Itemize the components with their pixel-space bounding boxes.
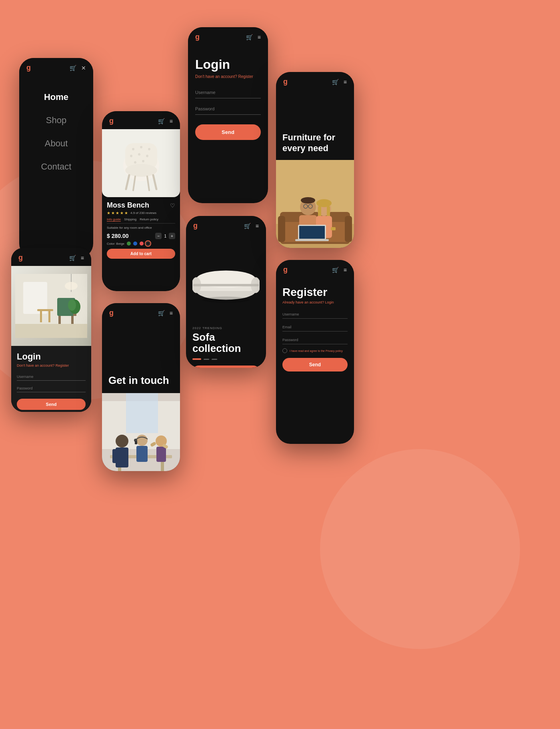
send-button[interactable]: Send [17,399,86,410]
header-icons: 🛒 ≡ [158,118,173,124]
star-4: ★ [120,211,124,215]
trending-label: 2022 TRENDING [192,326,260,330]
svg-point-36 [116,435,128,447]
furniture-title: Furniture forevery need [282,132,348,154]
product-content: Moss Bench ♡ ★ ★ ★ ★ ★ 4.9 of 230 review… [102,197,180,263]
privacy-row: I have read and agree to the Privacy pol… [282,348,348,353]
sofa-svg [192,263,260,303]
login-subtitle: Don't have an account? Register [17,364,86,367]
product-price: $ 280.00 [107,233,129,239]
tab-info[interactable]: Info guide [107,218,121,222]
username-input[interactable] [282,310,348,319]
svg-rect-59 [345,216,352,242]
header-icons: 🛒 ≡ [69,255,84,261]
tab-return[interactable]: Return policy [140,218,158,222]
color-red[interactable] [140,242,144,246]
header-icons: 🛒 ≡ [246,34,261,40]
color-label: Color: Beige [107,242,124,246]
svg-point-19 [148,148,150,150]
phone-product-header: g 🛒 ≡ [102,111,180,129]
username-input[interactable] [17,373,86,381]
color-black[interactable] [146,242,150,246]
logo: g [283,78,288,86]
menu-icon[interactable]: ≡ [256,223,259,229]
logo: g [26,64,31,72]
register-title: Register [282,286,348,299]
password-input[interactable] [282,336,348,344]
couple-svg [276,160,354,248]
cart-icon[interactable]: 🛒 [70,65,76,71]
menu-icon[interactable]: ≡ [344,267,347,273]
privacy-text: I have read and agree to the Privacy pol… [290,350,343,352]
menu-icon[interactable]: ≡ [81,255,84,261]
product-tabs: Info guide Shipping Return policy [107,218,175,224]
svg-point-53 [202,297,250,303]
chair-svg [117,135,165,191]
phone-furniture-promo: g 🛒 ≡ Furniture forevery need [276,72,354,248]
cart-icon[interactable]: 🛒 [332,267,339,273]
cart-icon[interactable]: 🛒 [244,223,251,229]
rating-stars: ★ ★ ★ ★ ★ 4.9 of 230 reviews [107,211,175,215]
cart-icon[interactable]: 🛒 [69,255,76,261]
nav-about[interactable]: About [45,138,68,149]
privacy-policy-link[interactable]: Privacy policy [326,350,343,352]
nav-contact[interactable]: Contact [41,162,72,172]
cart-icon[interactable]: 🛒 [332,79,339,85]
login-link[interactable]: Login [325,300,334,304]
contact-dark-section: Get in touch [102,321,180,393]
dot-1[interactable] [192,358,201,360]
menu-icon[interactable]: ≡ [170,118,173,124]
register-link[interactable]: Register [56,364,69,367]
room-svg [15,274,87,338]
sofa-content: 2022 TRENDING Sofacollection SHOP NOW [186,234,266,368]
phone-contact-header: g 🛒 ≡ [102,303,180,321]
nav-shop[interactable]: Shop [46,115,66,126]
add-to-cart-button[interactable]: Add to cart [107,249,175,259]
svg-rect-73 [295,239,329,241]
password-input[interactable] [195,103,261,115]
sofa-image-area [192,240,260,326]
nav-home[interactable]: Home [44,92,68,102]
svg-point-20 [130,155,132,157]
send-button[interactable]: Send [282,358,348,371]
username-input[interactable] [195,87,261,98]
qty-plus[interactable]: + [169,233,175,239]
navigation-menu: Home Shop About Contact [19,76,93,188]
phone-nav-header: g 🛒 ✕ [19,58,93,76]
privacy-checkbox[interactable] [282,348,287,353]
svg-line-27 [153,175,156,189]
menu-icon[interactable]: ≡ [258,34,261,40]
color-blue[interactable] [133,242,137,246]
register-content: Register Already have an account? Login … [276,278,354,379]
register-link[interactable]: Register [238,74,253,79]
svg-point-17 [132,148,134,150]
svg-point-39 [136,435,148,446]
cart-icon[interactable]: 🛒 [158,310,165,316]
qty-value: 1 [164,234,166,238]
password-input[interactable] [17,385,86,392]
close-icon[interactable]: ✕ [81,65,86,71]
shop-now-button[interactable]: SHOP NOW [192,365,260,368]
dot-2[interactable] [204,359,209,360]
svg-rect-38 [112,449,119,463]
menu-icon[interactable]: ≡ [170,310,173,316]
dot-3[interactable] [212,359,217,360]
color-green[interactable] [127,242,131,246]
email-input[interactable] [282,323,348,332]
menu-icon[interactable]: ≡ [344,79,347,85]
svg-rect-32 [126,393,158,433]
phone-register: g 🛒 ≡ Register Already have an account? … [276,260,354,444]
svg-rect-58 [278,216,285,242]
svg-point-23 [134,161,136,164]
qty-minus[interactable]: − [155,233,162,239]
phone-register-header: g 🛒 ≡ [276,260,354,278]
login-title: Login [17,352,86,362]
login-note: Don't have an account? Register [195,74,261,79]
product-image [102,129,180,197]
cart-icon[interactable]: 🛒 [158,118,165,124]
cart-icon[interactable]: 🛒 [246,34,253,40]
send-button[interactable]: Send [195,124,261,140]
wishlist-icon[interactable]: ♡ [170,202,175,209]
tab-shipping[interactable]: Shipping [124,218,136,222]
svg-rect-72 [299,226,325,239]
